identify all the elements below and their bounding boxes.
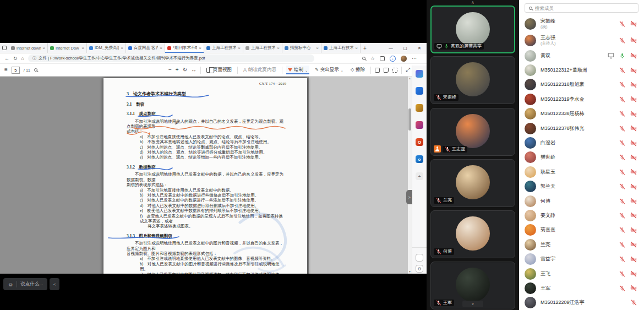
camera-off-icon[interactable] [630,183,637,190]
tab-list-icon[interactable] [0,43,9,53]
fit-width-icon[interactable]: ↔ [191,67,197,73]
member-row[interactable]: 耿星玉 [519,165,644,179]
info-icon[interactable]: ⓘ [32,56,36,61]
member-search-box[interactable] [525,3,638,13]
tab-close-icon[interactable]: × [121,46,123,51]
member-row[interactable]: 雷益宇 [519,252,644,266]
print-icon[interactable] [375,68,380,73]
browser-tab[interactable]: Internet Dow× [48,43,87,53]
mic-off-icon[interactable] [436,249,441,254]
mic-off-icon[interactable] [445,146,450,152]
download-icon[interactable]: ↓ [390,56,396,62]
video-tile[interactable]: 黄双的屏幕共享 [430,6,515,53]
mic-off-icon[interactable] [619,285,625,291]
home-icon[interactable]: ⌂ [21,56,24,61]
tools-icon[interactable] [416,104,423,112]
tab-close-icon[interactable]: × [199,46,201,51]
member-row[interactable]: 王军 [519,281,644,295]
mic-off-icon[interactable] [619,96,625,102]
pdf-search-icon[interactable] [34,68,37,72]
camera-off-icon[interactable] [630,67,637,74]
camera-off-icon[interactable] [630,227,637,233]
save-icon[interactable] [384,68,389,73]
tab-close-icon[interactable]: × [316,46,319,51]
favorites-star-icon[interactable]: ☆ [370,56,375,61]
tab-close-icon[interactable]: × [355,46,358,51]
browser-tab[interactable]: 百度网盘 客户× [126,43,165,53]
video-tile[interactable]: 兰亮 [430,159,515,207]
expand-icon[interactable]: ⤢ [406,67,410,73]
page-number-input[interactable]: 5 [12,67,20,74]
mic-off-icon[interactable] [619,140,625,146]
mic-off-icon[interactable] [619,256,625,262]
sidebar-settings-icon[interactable]: ⚙ [416,265,423,273]
zoom-in-icon[interactable]: + [176,67,179,73]
tab-close-icon[interactable]: × [238,46,241,51]
camera-off-icon[interactable] [630,37,637,43]
mic-off-icon[interactable] [436,95,441,100]
member-row[interactable]: 王飞 [519,267,644,281]
mic-off-icon[interactable] [619,154,625,160]
erase-button[interactable]: ◇ 擦除 [349,66,367,74]
new-tab-button[interactable]: + [361,43,369,53]
mic-off-icon[interactable] [619,169,625,175]
camera-off-icon[interactable] [630,125,637,132]
video-tile[interactable]: 何博 [430,210,515,258]
mic-off-icon[interactable] [619,126,625,132]
emoji-smiley-icon[interactable]: ☺ [8,281,13,287]
member-row[interactable]: M350122319李水金 [519,92,644,106]
scroll-down-icon[interactable]: ▼ [408,270,412,273]
minimize-button[interactable]: — [384,43,398,53]
screen-share-icon[interactable] [608,52,614,59]
mic-on-icon[interactable] [619,53,625,59]
member-row[interactable]: M350122312+董顺洲 [519,63,644,77]
member-row[interactable]: 要文静 [519,208,644,222]
tab-close-icon[interactable]: × [160,46,162,51]
mic-off-icon[interactable] [619,213,625,219]
camera-off-icon[interactable] [630,212,637,219]
mic-off-icon[interactable] [436,300,441,306]
draw-button[interactable]: 绘制 ⌄ [286,66,309,74]
pdf-scrollbar[interactable]: ▲ ▼ [408,77,412,274]
screen-share-icon[interactable] [436,43,442,49]
video-tile[interactable]: 王军∨ [430,262,515,309]
toc-icon[interactable]: ≡ [4,67,8,73]
scrollbar-thumb[interactable] [408,108,411,130]
mic-off-icon[interactable] [619,81,625,88]
more-menu-icon[interactable]: ⋯ [412,56,417,61]
outlook-icon[interactable]: o [416,155,423,163]
camera-off-icon[interactable] [630,285,637,291]
mic-off-icon[interactable] [619,271,625,277]
member-row[interactable]: 宋振峰(我) [519,15,644,32]
camera-off-icon[interactable] [630,256,637,263]
mic-on-icon[interactable] [444,43,449,49]
save-as-icon[interactable] [392,68,397,73]
zoom-out-icon[interactable]: − [168,67,172,73]
page-view-button[interactable]: 页面视图 [205,66,233,74]
url-field[interactable]: ⓘ 文件 | F:/Work-school/学生工作/中心学生工作/学术诚信相关… [28,55,314,62]
bing-search-icon[interactable] [416,70,423,78]
member-row[interactable]: M350122209汪浩宇 [519,296,644,310]
scroll-up-icon[interactable]: ▲ [408,77,412,80]
office-icon[interactable]: O [416,138,423,146]
video-tile[interactable]: 王志强 [430,108,515,156]
tab-close-icon[interactable]: × [81,46,84,51]
browser-tab[interactable]: 上海工程技术× [204,43,243,53]
more-tiles-icon[interactable]: ∨ [462,301,483,307]
member-row[interactable]: 兰亮 [519,237,644,252]
camera-off-icon[interactable] [630,111,637,117]
mic-off-icon[interactable] [619,242,625,248]
camera-off-icon[interactable] [630,20,637,27]
member-row[interactable]: 王志强(主持人) [519,32,644,48]
camera-off-icon[interactable] [630,154,637,161]
camera-off-icon[interactable] [630,140,637,146]
chat-collapse-icon[interactable]: < [50,278,59,290]
camera-off-icon[interactable] [630,198,637,204]
camera-off-icon[interactable] [630,96,637,102]
maximize-button[interactable]: ▢ [398,43,412,53]
member-search-input[interactable] [535,6,623,11]
chat-placeholder[interactable]: 说点什么... [20,281,43,287]
browser-tab[interactable]: 招投标中心× [282,43,321,53]
member-row[interactable]: 樊世娇 [519,150,644,165]
sidebar-panel-icon[interactable] [416,254,423,262]
